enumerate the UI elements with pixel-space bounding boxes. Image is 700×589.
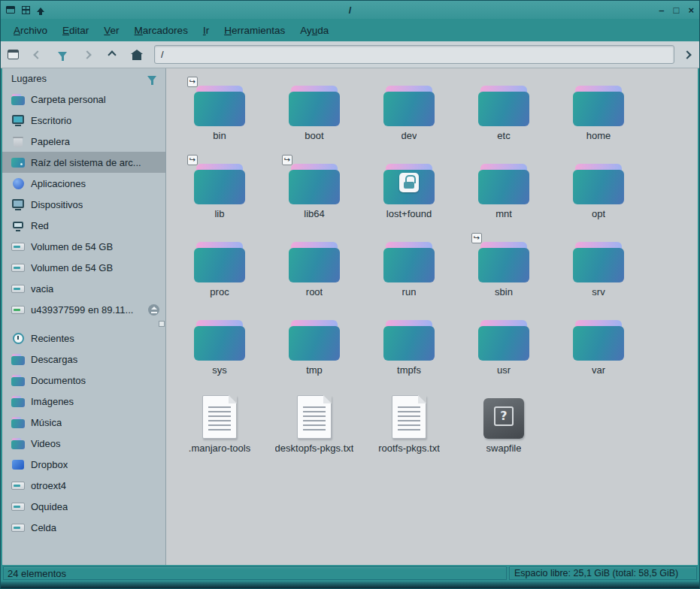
file-item[interactable]: ↪ .manjaro-tools <box>172 387 267 464</box>
sidebar-item[interactable]: Dispositivos <box>2 194 165 215</box>
shade-up-icon[interactable] <box>37 8 44 12</box>
close-button[interactable]: × <box>688 5 694 15</box>
splitter-handle[interactable] <box>159 321 165 327</box>
sidebar-item-icon <box>11 283 25 294</box>
menubar: ArchivoEditarVerMarcadoresIrHerramientas… <box>1 19 699 41</box>
sidebar-item[interactable]: Red <box>2 215 165 236</box>
file-name: lib64 <box>304 208 324 219</box>
sidebar-item-label: Música <box>31 417 62 428</box>
file-item[interactable]: ↪ etc <box>456 74 551 151</box>
sidebar-item-label: Descargas <box>31 354 77 365</box>
home-button[interactable] <box>129 46 144 64</box>
sidebar-item-label: Recientes <box>31 333 74 344</box>
sidebar-item-icon <box>11 396 25 407</box>
sidebar-item[interactable]: Volumen de 54 GB <box>2 257 165 278</box>
file-item[interactable]: ↪ var <box>551 309 646 385</box>
sidebar-header: Lugares <box>2 68 165 89</box>
sidebar-item-label: Dropbox <box>31 459 68 470</box>
sidebar-item[interactable]: Documentos <box>2 370 165 391</box>
sidebar-item[interactable]: Volumen de 54 GB <box>2 236 165 257</box>
sidebar-item-label: Imágenes <box>31 396 74 407</box>
file-icon <box>478 164 529 204</box>
file-item[interactable]: ↪ tmp <box>267 309 362 385</box>
go-button[interactable] <box>680 45 695 65</box>
back-button[interactable] <box>30 46 45 64</box>
titlebar: / – □ × <box>1 1 699 19</box>
file-item[interactable]: ↪ opt <box>551 153 646 229</box>
sidebar-item[interactable]: Celda <box>2 517 165 538</box>
file-icon <box>383 86 435 126</box>
file-item[interactable]: ↪ sys <box>172 309 267 385</box>
sidebar-splitter[interactable] <box>2 320 165 328</box>
lock-badge-icon <box>399 173 419 192</box>
file-item[interactable]: ↪ root <box>267 231 362 307</box>
file-icon <box>573 86 624 126</box>
file-item[interactable]: ↪ sbin <box>456 231 551 307</box>
file-icon <box>297 395 332 439</box>
file-item[interactable]: ↪ dev <box>362 74 456 151</box>
sidebar-item[interactable]: Aplicaciones <box>2 173 165 194</box>
file-item[interactable]: ↪ lost+found <box>362 153 456 229</box>
file-name: lost+found <box>386 208 432 219</box>
file-icon <box>573 242 624 282</box>
sidebar-item[interactable]: Imágenes <box>2 391 165 412</box>
sidebar-item-icon <box>11 157 25 168</box>
window-menu-icon[interactable] <box>6 6 15 14</box>
sidebar-item[interactable]: Carpeta personal <box>2 89 165 110</box>
menu-item[interactable]: Herramientas <box>217 22 292 39</box>
new-tab-button[interactable] <box>5 46 20 64</box>
file-icon <box>289 242 340 282</box>
sidebar-item-icon <box>11 522 25 533</box>
sidebar-item[interactable]: u439377599 en 89.11... <box>2 299 165 320</box>
sidebar-item-icon <box>11 178 25 189</box>
sidebar-item-icon <box>11 262 25 273</box>
up-button[interactable] <box>105 46 120 64</box>
file-item[interactable]: ↪ mnt <box>456 153 551 229</box>
workspace-grid-icon[interactable] <box>22 6 30 14</box>
file-item[interactable]: ↪ home <box>551 74 646 151</box>
file-item[interactable]: ↪ lib <box>172 153 267 229</box>
file-item[interactable]: ↪ rootfs-pkgs.txt <box>362 387 456 464</box>
menu-item[interactable]: Marcadores <box>128 22 195 39</box>
file-item[interactable]: ↪ swapfile <box>456 387 551 464</box>
home-icon <box>132 54 141 60</box>
file-icon <box>383 242 435 282</box>
file-icon <box>478 242 529 282</box>
forward-button[interactable] <box>80 46 95 64</box>
sidebar-item[interactable]: Videos <box>2 433 165 454</box>
menu-item[interactable]: Ayuda <box>293 22 335 39</box>
history-filter-button[interactable] <box>55 46 70 64</box>
sidebar-item[interactable]: Papelera <box>2 131 165 152</box>
sidebar-item[interactable]: vacia <box>2 278 165 299</box>
sidebar-item[interactable]: Raíz del sistema de arc... <box>2 152 165 173</box>
eject-icon[interactable] <box>148 304 159 316</box>
file-item[interactable]: ↪ lib64 <box>267 153 362 229</box>
file-item[interactable]: ↪ desktopfs-pkgs.txt <box>267 387 362 464</box>
menu-item[interactable]: Ir <box>196 22 216 39</box>
menu-item[interactable]: Ver <box>97 22 126 39</box>
menu-item[interactable]: Archivo <box>7 22 54 39</box>
sidebar-item[interactable]: Dropbox <box>2 454 165 475</box>
file-item[interactable]: ↪ tmpfs <box>362 309 456 385</box>
sidebar-item[interactable]: otroext4 <box>2 475 165 496</box>
sidebar-item[interactable]: Oquidea <box>2 496 165 517</box>
sidebar-item-icon <box>11 115 25 126</box>
maximize-button[interactable]: □ <box>674 5 680 15</box>
sidebar-item[interactable]: Escritorio <box>2 110 165 131</box>
file-item[interactable]: ↪ run <box>362 231 456 307</box>
sidebar-item[interactable]: Música <box>2 412 165 433</box>
file-item[interactable]: ↪ srv <box>551 231 646 307</box>
file-name: lib <box>214 208 224 219</box>
file-item[interactable]: ↪ proc <box>172 231 267 307</box>
file-item[interactable]: ↪ boot <box>267 74 362 151</box>
minimize-button[interactable]: – <box>659 5 664 15</box>
path-input[interactable] <box>154 45 674 64</box>
file-name: proc <box>210 286 229 298</box>
sidebar-item[interactable]: Recientes <box>2 328 165 349</box>
sidebar-item-label: Red <box>31 220 49 231</box>
sidebar-filter-icon[interactable] <box>147 76 156 82</box>
file-item[interactable]: ↪ bin <box>172 74 267 151</box>
sidebar-item[interactable]: Descargas <box>2 349 165 370</box>
file-item[interactable]: ↪ usr <box>456 309 551 385</box>
menu-item[interactable]: Editar <box>56 22 95 39</box>
